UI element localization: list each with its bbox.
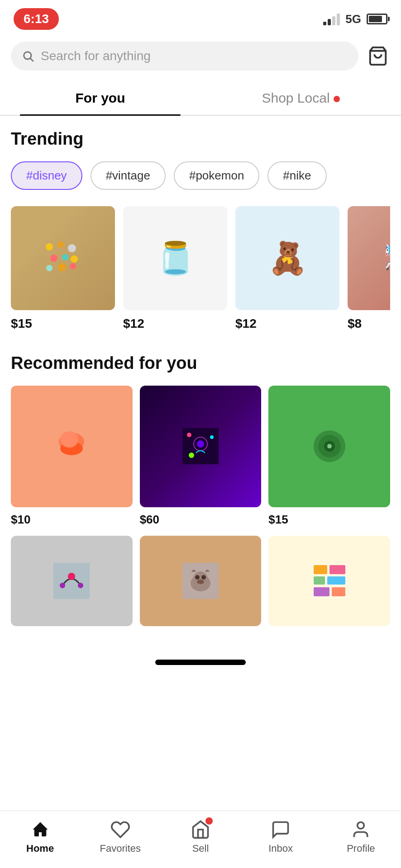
signal-bar-1 <box>323 22 326 25</box>
tabs: For you Shop Local <box>0 81 401 116</box>
hashtag-vintage[interactable]: #vintage <box>91 161 166 190</box>
green-image <box>268 386 390 507</box>
main-content: Trending #disney #vintage #pokemon #nike <box>0 116 401 654</box>
recommended-image-2 <box>140 386 262 507</box>
svg-point-34 <box>197 580 204 584</box>
tab-shop-local[interactable]: Shop Local <box>200 81 401 115</box>
battery-fill <box>369 16 382 22</box>
shop-local-dot <box>334 96 340 102</box>
status-bar: 6:13 5G <box>0 0 401 34</box>
inbox-icon <box>270 819 291 840</box>
recommended-image-6 <box>268 536 390 626</box>
trending-product-price-3: $12 <box>235 316 339 331</box>
search-input-wrapper[interactable]: Search for anything <box>11 42 358 71</box>
recommended-product-1[interactable]: $10 <box>11 386 133 527</box>
svg-point-27 <box>68 573 75 580</box>
trending-product-price-2: $12 <box>123 316 227 331</box>
svg-point-19 <box>210 435 214 439</box>
recommended-product-2[interactable]: $60 <box>140 386 262 527</box>
trending-product-image-2: 🫙 <box>123 206 227 310</box>
trending-title: Trending <box>11 129 390 149</box>
stickers-image <box>268 536 390 626</box>
svg-point-18 <box>187 433 191 437</box>
battery-icon <box>367 14 387 24</box>
mug-image: 🫙 <box>123 206 227 310</box>
profile-icon <box>350 819 371 840</box>
trending-product-price-4: $8 <box>348 316 390 331</box>
necklace-image <box>11 536 133 626</box>
recommended-row-2 <box>11 536 390 632</box>
svg-point-32 <box>195 575 200 580</box>
nav-favorites[interactable]: Favorites <box>93 819 148 854</box>
trending-product-1[interactable]: $15 <box>11 206 115 331</box>
trending-product-2[interactable]: 🫙 $12 <box>123 206 227 331</box>
sell-icon <box>190 819 211 840</box>
nav-inbox[interactable]: Inbox <box>253 819 308 854</box>
recommended-image-5 <box>140 536 262 626</box>
home-icon <box>30 819 51 840</box>
home-indicator <box>155 660 246 665</box>
nav-favorites-label: Favorites <box>100 843 141 854</box>
art-image <box>140 386 262 507</box>
svg-rect-37 <box>329 565 345 574</box>
svg-point-20 <box>189 453 194 458</box>
svg-point-33 <box>201 575 206 580</box>
status-time: 6:13 <box>14 8 59 30</box>
recommended-image-3 <box>268 386 390 507</box>
svg-point-4 <box>57 241 64 248</box>
search-placeholder: Search for anything <box>41 49 151 63</box>
svg-rect-39 <box>327 576 345 585</box>
svg-point-7 <box>62 254 68 260</box>
recommended-price-3: $15 <box>268 513 390 527</box>
recommended-product-5[interactable] <box>140 536 262 632</box>
nav-profile-label: Profile <box>347 843 375 854</box>
svg-point-8 <box>71 255 78 263</box>
knit-image <box>11 386 133 507</box>
search-icon <box>22 50 34 62</box>
svg-point-28 <box>78 583 83 588</box>
favorites-icon <box>110 819 131 840</box>
svg-point-17 <box>197 440 204 448</box>
svg-point-5 <box>68 244 76 252</box>
svg-point-3 <box>46 243 53 250</box>
recommended-row-1: $10 $60 <box>11 386 390 527</box>
pins-image <box>11 206 115 310</box>
svg-line-1 <box>30 58 33 61</box>
recommended-product-4[interactable] <box>11 536 133 632</box>
svg-point-42 <box>358 822 364 829</box>
svg-point-14 <box>60 431 78 448</box>
nav-home-label: Home <box>26 843 54 854</box>
dog-image <box>140 536 262 626</box>
svg-point-10 <box>58 263 66 271</box>
hashtag-nike[interactable]: #nike <box>267 161 326 190</box>
trending-product-image-4: 🎠 <box>348 206 390 310</box>
svg-rect-36 <box>314 565 327 574</box>
misc-image: 🎠 <box>348 206 390 310</box>
svg-rect-25 <box>53 563 90 599</box>
hashtag-pokemon[interactable]: #pokemon <box>174 161 259 190</box>
search-bar: Search for anything <box>11 42 390 71</box>
tab-for-you[interactable]: For you <box>0 81 200 115</box>
plush-image: 🧸 <box>235 206 339 310</box>
svg-point-6 <box>50 255 57 262</box>
nav-home[interactable]: Home <box>13 819 67 854</box>
trending-product-3[interactable]: 🧸 $12 <box>235 206 339 331</box>
recommended-product-6[interactable] <box>268 536 390 632</box>
cart-icon[interactable] <box>366 44 390 68</box>
svg-point-9 <box>46 265 53 271</box>
trending-product-image-1 <box>11 206 115 310</box>
svg-point-26 <box>60 583 65 588</box>
hashtag-row: #disney #vintage #pokemon #nike <box>11 161 390 190</box>
svg-point-24 <box>327 444 332 448</box>
hashtag-disney[interactable]: #disney <box>11 161 82 190</box>
bottom-nav: Home Favorites Sell Inbox <box>0 811 401 868</box>
sell-notification-dot <box>205 817 213 825</box>
nav-sell[interactable]: Sell <box>173 819 228 854</box>
trending-product-image-3: 🧸 <box>235 206 339 310</box>
svg-point-0 <box>24 52 31 59</box>
nav-profile[interactable]: Profile <box>334 819 388 854</box>
recommended-product-3[interactable]: $15 <box>268 386 390 527</box>
trending-product-4[interactable]: 🎠 $8 <box>348 206 390 331</box>
recommended-image-1 <box>11 386 133 507</box>
search-bar-container: Search for anything <box>0 34 401 78</box>
